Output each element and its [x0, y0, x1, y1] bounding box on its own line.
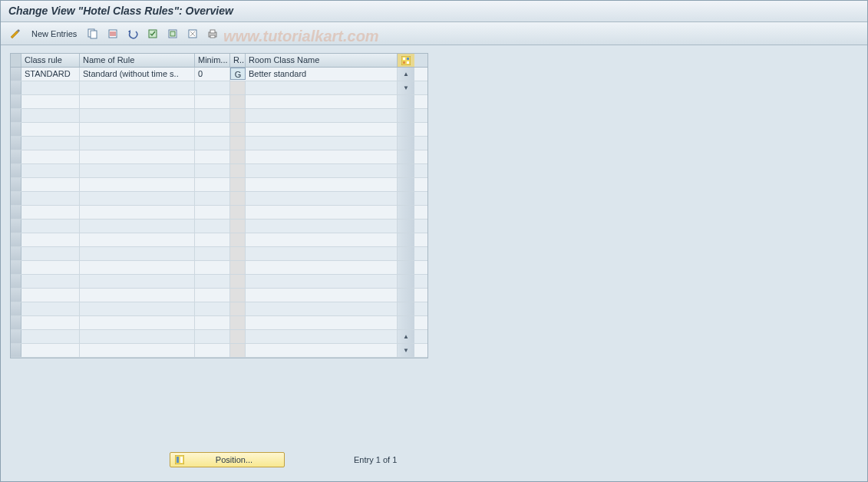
table-row[interactable]: [11, 123, 427, 137]
scroll-down-bottom-button[interactable]: ▼: [398, 344, 414, 357]
table-row[interactable]: ▲: [11, 330, 427, 344]
row-selector[interactable]: [11, 247, 21, 260]
scrollbar-track[interactable]: [398, 247, 414, 260]
cell-r[interactable]: [230, 81, 246, 94]
cell-room-class-name[interactable]: [246, 233, 398, 246]
cell-room-class-name[interactable]: [246, 247, 398, 260]
cell-room-class-name[interactable]: [246, 81, 398, 94]
cell-name-of-rule[interactable]: [80, 123, 195, 136]
cell-room-class-name[interactable]: [246, 109, 398, 122]
cell-r[interactable]: [230, 178, 246, 191]
scroll-up-bottom-button[interactable]: ▲: [398, 330, 414, 343]
cell-minim[interactable]: [195, 109, 230, 122]
cell-minim[interactable]: [195, 275, 230, 288]
cell-class-rule[interactable]: [21, 247, 80, 260]
table-row[interactable]: ▼: [11, 344, 427, 358]
cell-name-of-rule[interactable]: [80, 302, 195, 315]
cell-room-class-name[interactable]: [246, 316, 398, 329]
cell-r[interactable]: [230, 206, 246, 219]
table-row[interactable]: [11, 192, 427, 206]
cell-name-of-rule[interactable]: [80, 192, 195, 205]
row-selector[interactable]: [11, 123, 21, 136]
table-row[interactable]: STANDARDStandard (without time s..0GBett…: [11, 68, 427, 81]
cell-r[interactable]: [230, 123, 246, 136]
scrollbar-track[interactable]: [398, 275, 414, 288]
cell-room-class-name[interactable]: [246, 192, 398, 205]
cell-room-class-name[interactable]: Better standard: [246, 68, 398, 81]
cell-room-class-name[interactable]: [246, 302, 398, 315]
cell-minim[interactable]: [195, 247, 230, 260]
cell-minim[interactable]: [195, 206, 230, 219]
cell-r[interactable]: [230, 289, 246, 302]
cell-class-rule[interactable]: [21, 150, 80, 163]
cell-r[interactable]: [230, 192, 246, 205]
row-selector[interactable]: [11, 233, 21, 246]
cell-room-class-name[interactable]: [246, 164, 398, 177]
scrollbar-track[interactable]: [398, 261, 414, 274]
cell-class-rule[interactable]: [21, 123, 80, 136]
copy-as-button[interactable]: [84, 25, 101, 42]
cell-class-rule[interactable]: [21, 275, 80, 288]
cell-r[interactable]: [230, 220, 246, 233]
scrollbar-track[interactable]: [398, 220, 414, 233]
cell-r[interactable]: G: [230, 68, 246, 80]
col-header-name-of-rule[interactable]: Name of Rule: [80, 54, 195, 67]
table-row[interactable]: [11, 95, 427, 109]
cell-room-class-name[interactable]: [246, 330, 398, 343]
table-row[interactable]: [11, 150, 427, 164]
cell-r[interactable]: [230, 247, 246, 260]
cell-class-rule[interactable]: [21, 316, 80, 329]
table-row[interactable]: [11, 261, 427, 275]
cell-r[interactable]: [230, 137, 246, 150]
table-row[interactable]: [11, 316, 427, 330]
row-selector[interactable]: [11, 109, 21, 122]
cell-class-rule[interactable]: [21, 344, 80, 357]
row-selector[interactable]: [11, 95, 21, 108]
cell-class-rule[interactable]: [21, 220, 80, 233]
cell-r[interactable]: [230, 95, 246, 108]
cell-r[interactable]: [230, 316, 246, 329]
scrollbar-track[interactable]: [398, 302, 414, 315]
cell-minim[interactable]: [195, 261, 230, 274]
row-selector[interactable]: [11, 220, 21, 233]
scroll-down-button[interactable]: ▼: [398, 81, 414, 94]
select-all-button[interactable]: [144, 25, 161, 42]
cell-name-of-rule[interactable]: [80, 316, 195, 329]
table-row[interactable]: [11, 220, 427, 233]
cell-class-rule[interactable]: [21, 192, 80, 205]
row-selector[interactable]: [11, 137, 21, 150]
cell-name-of-rule[interactable]: Standard (without time s..: [80, 68, 195, 81]
scrollbar-track[interactable]: [398, 150, 414, 163]
row-selector[interactable]: [11, 206, 21, 219]
cell-minim[interactable]: [195, 330, 230, 343]
table-row[interactable]: ▼: [11, 81, 427, 95]
cell-name-of-rule[interactable]: [80, 109, 195, 122]
cell-name-of-rule[interactable]: [80, 137, 195, 150]
scrollbar-track[interactable]: [398, 178, 414, 191]
cell-class-rule[interactable]: [21, 261, 80, 274]
cell-name-of-rule[interactable]: [80, 164, 195, 177]
row-selector[interactable]: [11, 261, 21, 274]
position-button[interactable]: Position...: [170, 452, 285, 467]
scrollbar-track[interactable]: [398, 137, 414, 150]
col-header-r[interactable]: R..: [230, 54, 246, 67]
delete-button[interactable]: [104, 25, 121, 42]
scrollbar-track[interactable]: [398, 123, 414, 136]
cell-room-class-name[interactable]: [246, 344, 398, 357]
row-selector[interactable]: [11, 302, 21, 315]
scroll-up-button[interactable]: ▲: [398, 68, 414, 81]
table-row[interactable]: [11, 247, 427, 261]
cell-class-rule[interactable]: [21, 164, 80, 177]
cell-class-rule[interactable]: STANDARD: [21, 68, 80, 81]
cell-room-class-name[interactable]: [246, 261, 398, 274]
cell-r[interactable]: [230, 330, 246, 343]
cell-room-class-name[interactable]: [246, 178, 398, 191]
configure-columns-button[interactable]: [398, 54, 414, 67]
cell-name-of-rule[interactable]: [80, 330, 195, 343]
cell-minim[interactable]: [195, 302, 230, 315]
row-selector[interactable]: [11, 316, 21, 329]
cell-room-class-name[interactable]: [246, 220, 398, 233]
cell-class-rule[interactable]: [21, 109, 80, 122]
col-header-minim[interactable]: Minim...: [195, 54, 230, 67]
cell-name-of-rule[interactable]: [80, 81, 195, 94]
